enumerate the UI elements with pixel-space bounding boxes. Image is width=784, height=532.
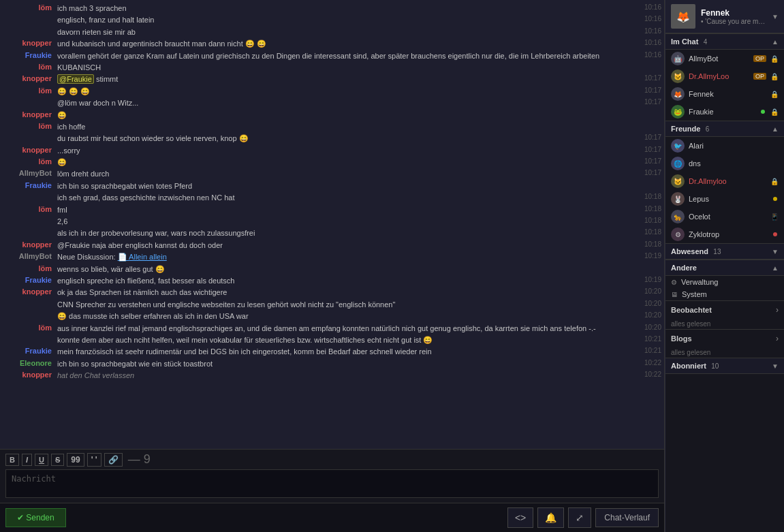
sidebar-username: AllmyBot xyxy=(689,54,749,63)
system-icon: 🖥 xyxy=(671,291,678,298)
friend-drallmyloo[interactable]: 🐱 Dr.Allmyloo 🔒 xyxy=(665,172,784,190)
message-text: 😄 😄 😄 xyxy=(57,87,636,97)
message-author: knopper xyxy=(3,74,57,82)
message-text: 😄 xyxy=(57,110,636,121)
im-chat-user-fraukie[interactable]: 🐸 Fraukie 🔒 xyxy=(665,103,784,121)
italic-button[interactable]: I xyxy=(22,454,32,466)
message-input[interactable] xyxy=(5,469,659,498)
message-author: löm xyxy=(3,63,57,71)
other-verwaltung[interactable]: ⚙ Verwaltung xyxy=(665,276,784,288)
message-text: @Fraukie stimmt xyxy=(57,74,636,84)
message-time: 10:21 xyxy=(636,347,661,354)
friend-ocelot[interactable]: 🐆 Ocelot 📱 xyxy=(665,208,784,225)
strike-button[interactable]: S xyxy=(51,454,64,466)
table-row: englisch, franz und halt latein10:16 xyxy=(0,14,664,26)
send-button[interactable]: ✔ Senden xyxy=(5,508,66,527)
beobachtet-section[interactable]: Beobachtet › xyxy=(665,300,784,319)
table-row: Fraukieenglisch spreche ich fließend, fa… xyxy=(0,275,664,287)
abonniert-count: 10 xyxy=(711,362,719,370)
friend-alari[interactable]: 🐦 Alari xyxy=(665,137,784,155)
message-author: Fraukie xyxy=(3,276,57,284)
underline-button[interactable]: U xyxy=(35,454,48,466)
code-button[interactable]: <> xyxy=(507,507,533,528)
user-header[interactable]: 🦊 Fennek • 'Cause you are my ... ▼ xyxy=(665,0,784,33)
chevron-down-icon[interactable]: ▼ xyxy=(772,13,779,20)
away-section-header[interactable]: Abwesend 13 ▼ xyxy=(665,243,784,260)
message-text: englisch spreche ich fließend, fast bess… xyxy=(57,276,636,286)
message-text: 😄 das musste ich selber erfahren als ich… xyxy=(57,311,636,322)
table-row: knopper😄 xyxy=(0,110,664,121)
friends-section-header[interactable]: Freunde 6 ▲ xyxy=(665,121,784,137)
message-time: 10:22 xyxy=(636,371,661,378)
user-status: • 'Cause you are my ... xyxy=(701,18,766,25)
message-text: 😄 xyxy=(57,157,636,168)
message-time: 10:20 xyxy=(636,324,661,331)
message-author: Fraukie xyxy=(3,347,57,355)
lock-icon: 🔒 xyxy=(770,55,779,63)
message-input-area xyxy=(0,469,664,503)
im-chat-user-allmybot[interactable]: 🤖 AllmyBot OP 🔒 xyxy=(665,50,784,67)
chevron-right-icon: › xyxy=(776,305,779,315)
table-row: lömwenns so blieb, wär alles gut 😄 xyxy=(0,264,664,275)
other-system[interactable]: 🖥 System xyxy=(665,288,784,300)
link-button[interactable]: 🔗 xyxy=(104,453,123,467)
other-section-header[interactable]: Andere ▲ xyxy=(665,260,784,276)
message-author: löm xyxy=(3,157,57,166)
message-author: knopper xyxy=(3,110,57,119)
table-row: als ich in der probevorlesung war, wars … xyxy=(0,228,664,239)
chat-history-button[interactable]: Chat-Verlauf xyxy=(595,508,659,527)
im-chat-section-header[interactable]: Im Chat 4 ▲ xyxy=(665,33,784,50)
message-text: als ich in der probevorlesung war, wars … xyxy=(57,228,636,238)
avatar: ⚙ xyxy=(671,228,685,241)
sidebar-username: Zyklotrop xyxy=(689,230,769,238)
friends-label: Freunde xyxy=(671,125,700,133)
message-text: @löm war doch n Witz... xyxy=(57,98,636,108)
im-chat-user-fennek[interactable]: 🦊 Fennek 🔒 xyxy=(665,85,784,103)
message-time: 10:21 xyxy=(636,335,661,343)
avatar: 🐱 xyxy=(671,69,685,83)
abonniert-section-header[interactable]: Abonniert 10 ▼ xyxy=(665,358,784,374)
table-row: Fraukieich bin so sprachbegabt wien tote… xyxy=(0,181,664,192)
im-chat-chevron-icon: ▲ xyxy=(772,38,779,46)
blogs-section[interactable]: Blogs › xyxy=(665,329,784,347)
beobachtet-sub: alles gelesen xyxy=(665,319,784,329)
table-row: 😄 das musste ich selber erfahren als ich… xyxy=(0,311,664,322)
lock-icon: 🔒 xyxy=(770,108,779,116)
message-text: ...sorry xyxy=(57,146,636,156)
quote2-button[interactable]: ' ' xyxy=(87,453,101,467)
message-text: vorallem gehört der ganze Kram auf Latei… xyxy=(57,51,636,61)
notification-button[interactable]: 🔔 xyxy=(537,507,564,528)
table-row: lömfml10:18 xyxy=(0,204,664,216)
friend-dns[interactable]: 🌐 dns xyxy=(665,155,784,172)
table-row: löm😄 😄 😄10:17 xyxy=(0,86,664,97)
other-label: Andere xyxy=(671,264,697,272)
message-text: 2,6 xyxy=(57,217,636,227)
table-row: du raubst mir heut schon wieder so viele… xyxy=(0,133,664,144)
friends-count: 6 xyxy=(706,125,710,133)
im-chat-label: Im Chat xyxy=(671,37,698,46)
op-badge: OP xyxy=(753,73,766,80)
friend-zyklotrop[interactable]: ⚙ Zyklotrop xyxy=(665,225,784,243)
sidebar: 🦊 Fennek • 'Cause you are my ... ▼ Im Ch… xyxy=(665,0,784,532)
user-info: Fennek • 'Cause you are my ... xyxy=(701,8,766,25)
table-row: lömaus inner kanzlei rief mal jemand eng… xyxy=(0,323,664,334)
friend-lepus[interactable]: 🐰 Lepus xyxy=(665,190,784,208)
formatting-toolbar: B I U S 99 ' ' 🔗 — 9 xyxy=(0,449,664,469)
im-chat-user-drallmyloo[interactable]: 🐱 Dr.AllmyLoo OP 🔒 xyxy=(665,67,784,85)
message-time: 10:17 xyxy=(636,74,661,82)
messages-container[interactable]: lömich mach 3 sprachen10:16englisch, fra… xyxy=(0,0,664,449)
message-author: AllmyBot xyxy=(3,252,57,260)
sidebar-username: dns xyxy=(689,159,779,168)
message-author: löm xyxy=(3,3,57,12)
settings-icon: ⚙ xyxy=(671,279,677,286)
expand-button[interactable]: ⤢ xyxy=(568,507,591,528)
quote1-button[interactable]: 99 xyxy=(67,453,84,467)
abonniert-label: Abonniert xyxy=(671,362,706,370)
message-text: ich bin so sprachbegabt wie ein stück to… xyxy=(57,359,636,369)
annotation-9: — 9 xyxy=(128,452,151,467)
bold-button[interactable]: B xyxy=(5,454,19,466)
im-chat-count: 4 xyxy=(704,38,708,46)
chevron-right-icon: › xyxy=(776,334,779,343)
table-row: davorn rieten sie mir ab10:16 xyxy=(0,27,664,38)
beobachtet-label: Beobachtet xyxy=(671,306,712,314)
